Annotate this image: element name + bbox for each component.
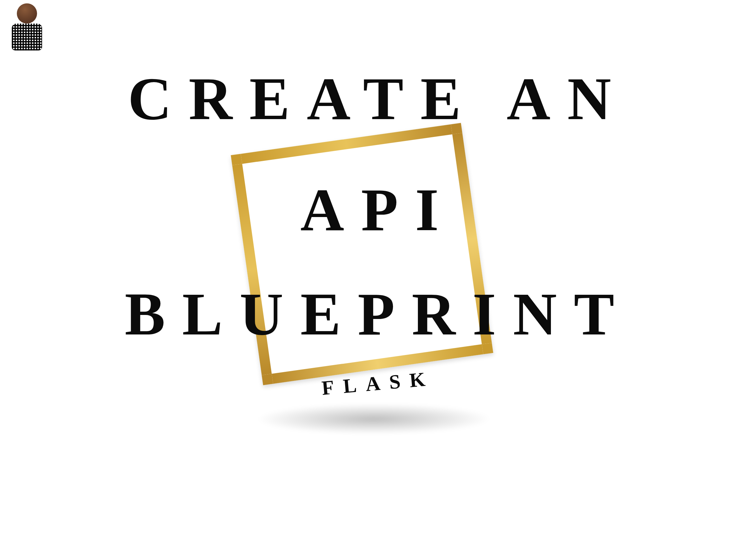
author-avatar bbox=[10, 3, 44, 57]
title-line-1: CREATE AN bbox=[0, 64, 756, 134]
avatar-body bbox=[12, 24, 42, 50]
title-line-3: BLUEPRINT bbox=[0, 279, 756, 349]
title-line-2: API bbox=[0, 175, 756, 245]
square-shadow bbox=[254, 404, 493, 434]
avatar-head bbox=[17, 3, 37, 24]
title-card: CREATE AN API BLUEPRINT FLASK bbox=[0, 0, 756, 534]
